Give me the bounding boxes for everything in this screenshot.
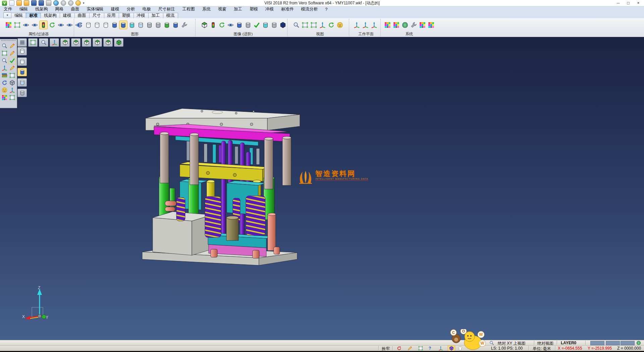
zoom-in-icon[interactable]	[292, 21, 300, 29]
menu-file[interactable]: 文件	[0, 6, 16, 12]
dashed-style-icon[interactable]	[102, 21, 110, 29]
shaded-mode-icon[interactable]	[17, 68, 27, 76]
system-globe-icon[interactable]	[401, 21, 409, 29]
view-iso-icon[interactable]	[114, 38, 123, 47]
menu-electrode[interactable]: 电极	[139, 6, 155, 12]
image-shaded-icon[interactable]	[235, 21, 243, 29]
image-cube-icon[interactable]	[201, 21, 208, 29]
zoom-extents-icon[interactable]	[310, 21, 318, 29]
shaded-edges-style-icon[interactable]	[119, 21, 127, 29]
zoom-window-icon[interactable]	[301, 21, 309, 29]
image-validate-icon[interactable]	[253, 21, 261, 29]
confirm-selection-icon[interactable]	[9, 57, 16, 64]
zoom-previous-icon[interactable]	[1, 42, 8, 49]
image-solid-view-icon[interactable]	[279, 21, 287, 29]
view-left-icon[interactable]	[82, 38, 91, 47]
view-bottom-icon[interactable]	[71, 38, 80, 47]
tab-surface[interactable]: 曲面	[74, 13, 90, 18]
hatch-style-icon[interactable]	[154, 21, 162, 29]
image-visibility-icon[interactable]	[227, 21, 234, 29]
status-help-icon[interactable]: ?	[429, 346, 431, 351]
dynamic-rotate-icon[interactable]	[1, 64, 8, 72]
view-menu-icon[interactable]	[17, 38, 27, 47]
menu-modeling[interactable]: 建模	[107, 6, 123, 12]
show-all-icon[interactable]	[66, 21, 73, 29]
menu-machining[interactable]: 加工	[230, 6, 246, 12]
hidden-line-mode-icon[interactable]	[17, 57, 27, 66]
curve-sketch-icon[interactable]	[9, 50, 16, 57]
color-table-icon[interactable]	[384, 21, 391, 29]
transparent-style-icon[interactable]	[128, 21, 136, 29]
menu-analysis[interactable]: 分析	[123, 6, 139, 12]
workplane-set-icon[interactable]	[353, 21, 361, 29]
regen-graphics-icon[interactable]	[76, 21, 84, 29]
tab-edit[interactable]: 编辑	[11, 13, 26, 18]
mesh-style-icon[interactable]	[146, 21, 153, 29]
copy-attributes-icon[interactable]	[13, 21, 21, 29]
viewport-3d[interactable]: Z X Y 智造资料网 INTELLIGENT MANUFACTURING DA…	[0, 37, 644, 340]
delete-sketch-icon[interactable]	[9, 42, 16, 49]
tab-wireframe[interactable]: 线架构	[41, 13, 60, 18]
ghost-style-icon[interactable]	[137, 21, 145, 29]
spline-icon[interactable]	[9, 64, 16, 72]
grid-plane-icon[interactable]	[9, 72, 16, 79]
attribute-palette-icon[interactable]	[5, 21, 12, 29]
image-texture-icon[interactable]	[270, 21, 278, 29]
menu-standard-parts[interactable]: 标准件	[277, 6, 298, 12]
notes-icon[interactable]	[9, 94, 16, 101]
pan-icon[interactable]	[319, 21, 326, 29]
maximize-button[interactable]: □	[623, 0, 633, 6]
attribute-books-icon[interactable]	[1, 72, 8, 79]
axonometric-icon[interactable]	[50, 38, 59, 47]
tab-machining[interactable]: 加工	[148, 13, 163, 18]
workplane-align-icon[interactable]	[362, 21, 369, 29]
menu-mesh[interactable]: 网格	[52, 6, 67, 12]
menu-system[interactable]: 系统	[199, 6, 214, 12]
status-box-icon[interactable]	[417, 346, 424, 351]
mesh-mode-icon[interactable]	[17, 89, 27, 97]
minimize-button[interactable]: ─	[613, 0, 623, 6]
tab-stamping[interactable]: 冲模	[133, 13, 149, 18]
menu-surface[interactable]: 曲面	[67, 6, 83, 12]
status-field-1[interactable]	[590, 341, 604, 345]
view-top-icon[interactable]	[60, 38, 70, 47]
menu-stamping[interactable]: 冲模	[262, 6, 277, 12]
menu-flow-analysis[interactable]: 模流分析	[298, 6, 322, 12]
refresh-visibility-icon[interactable]	[48, 21, 56, 29]
menu-wireframe[interactable]: 线架构	[32, 6, 52, 12]
view-refresh-icon[interactable]	[327, 21, 335, 29]
view-right-icon[interactable]	[93, 38, 102, 47]
hidden-line-style-icon[interactable]	[93, 21, 101, 29]
workplane-move-icon[interactable]	[370, 21, 378, 29]
tab-dimension[interactable]: 尺寸	[89, 13, 104, 18]
tab-modeling[interactable]: 建模	[60, 13, 75, 18]
layer-flags-icon[interactable]	[1, 94, 8, 101]
image-wire-icon[interactable]	[244, 21, 252, 29]
filter-toggle-icon[interactable]	[40, 21, 47, 29]
graphics-settings-icon[interactable]	[180, 21, 188, 29]
render-update-icon[interactable]	[163, 21, 171, 29]
status-refresh-icon[interactable]	[396, 346, 402, 351]
measure-icon[interactable]	[9, 87, 16, 94]
snap-settings-icon[interactable]	[419, 21, 426, 29]
window-select-icon[interactable]	[1, 50, 8, 57]
image-refresh-icon[interactable]	[218, 21, 226, 29]
view-front-icon[interactable]	[103, 38, 113, 47]
shaded-style-icon[interactable]	[111, 21, 118, 29]
tab-mold[interactable]: 塑膜	[119, 13, 134, 18]
zoom-extents-icon[interactable]	[28, 38, 38, 47]
hide-entities-icon[interactable]	[31, 21, 39, 29]
wireframe-mode-icon[interactable]	[17, 47, 27, 55]
invert-visibility-icon[interactable]	[57, 21, 65, 29]
status-field-3[interactable]	[621, 341, 635, 345]
menu-edit[interactable]: 编辑	[16, 6, 32, 12]
menu-window[interactable]: 视窗	[214, 6, 230, 12]
menu-help[interactable]: ?	[322, 7, 331, 12]
status-pick-icon[interactable]	[407, 346, 413, 351]
render-export-icon[interactable]	[172, 21, 179, 29]
menu-mold[interactable]: 塑模	[246, 6, 262, 12]
zoom-scale-icon[interactable]	[1, 57, 8, 64]
image-filter-icon[interactable]	[209, 21, 217, 29]
zoom-dynamic-icon[interactable]	[39, 38, 48, 47]
menu-solid-edit[interactable]: 实体编辑	[83, 6, 107, 12]
